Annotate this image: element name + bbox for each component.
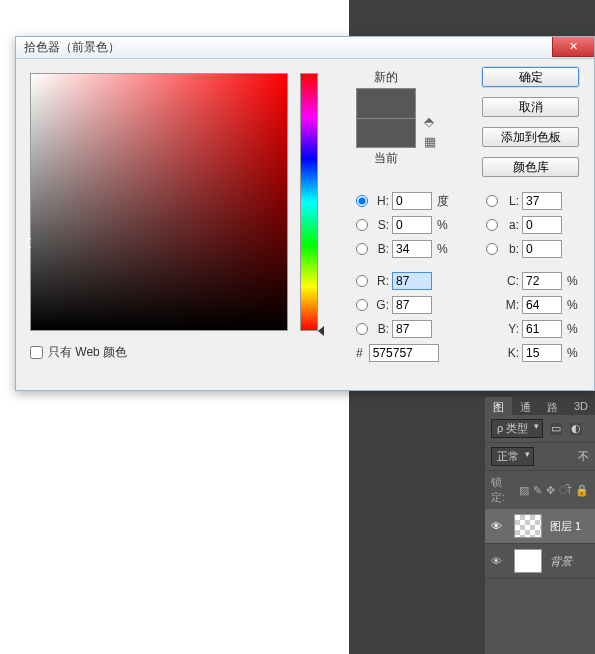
lock-label: 锁定: <box>491 475 515 505</box>
cancel-button[interactable]: 取消 <box>482 97 579 117</box>
m-input[interactable] <box>522 296 562 314</box>
layer-thumbnail[interactable] <box>514 514 542 538</box>
g-input[interactable] <box>392 296 432 314</box>
web-only-label: 只有 Web 颜色 <box>48 344 127 361</box>
color-field-marker[interactable] <box>26 238 36 248</box>
lab-b-radio[interactable] <box>486 243 498 255</box>
blend-row: 正常 不 <box>485 443 595 471</box>
dialog-titlebar[interactable]: 拾色器（前景色） ✕ <box>16 37 594 59</box>
a-label: a: <box>501 218 519 232</box>
rgb-b-input[interactable] <box>392 320 432 338</box>
visibility-icon[interactable]: 👁 <box>491 555 506 567</box>
opacity-label: 不 <box>578 449 589 464</box>
filter-adjust-icon[interactable]: ◐ <box>569 422 583 436</box>
m-label: M: <box>501 298 519 312</box>
b-unit: % <box>437 242 455 256</box>
swatch-preview: 新的 当前 <box>356 67 416 169</box>
hex-row: # <box>356 344 439 362</box>
dialog-content: 新的 当前 ⬘ ▦ 确定 取消 添加到色板 颜色库 H:度 S:% B:% R:… <box>16 59 594 87</box>
k-unit: % <box>567 346 585 360</box>
y-unit: % <box>567 322 585 336</box>
r-input[interactable] <box>392 272 432 290</box>
h-unit: 度 <box>437 193 455 210</box>
c-label: C: <box>501 274 519 288</box>
m-unit: % <box>567 298 585 312</box>
layer-type-filter-dropdown[interactable]: ρ 类型 <box>491 419 543 438</box>
web-only-checkbox[interactable]: 只有 Web 颜色 <box>30 344 127 361</box>
h-label: H: <box>371 194 389 208</box>
lock-position-icon[interactable]: ✥ <box>546 484 555 497</box>
lab-cmyk-fields: L: a: b: C:% M:% Y:% K:% <box>486 189 585 365</box>
y-label: Y: <box>501 322 519 336</box>
layer-row[interactable]: 👁 图层 1 <box>485 509 595 544</box>
gamut-warning-icon[interactable]: ⬘ <box>424 114 434 129</box>
g-label: G: <box>371 298 389 312</box>
c-unit: % <box>567 274 585 288</box>
filter-image-icon[interactable]: ▭ <box>549 422 563 436</box>
layer-name[interactable]: 图层 1 <box>550 519 581 534</box>
l-label: L: <box>501 194 519 208</box>
lock-row: 锁定: ▨ ✎ ✥ ੀ 🔒 <box>485 471 595 509</box>
rgb-b-radio[interactable] <box>356 323 368 335</box>
k-label: K: <box>501 346 519 360</box>
hue-slider[interactable] <box>300 73 318 331</box>
hex-input[interactable] <box>369 344 439 362</box>
dialog-buttons: 确定 取消 添加到色板 颜色库 <box>482 67 579 187</box>
a-input[interactable] <box>522 216 562 234</box>
blend-mode-dropdown[interactable]: 正常 <box>491 447 534 466</box>
s-unit: % <box>437 218 455 232</box>
layer-filter-row: ρ 类型 ▭ ◐ <box>485 415 595 443</box>
layer-name[interactable]: 背景 <box>550 554 572 569</box>
s-input[interactable] <box>392 216 432 234</box>
b-radio[interactable] <box>356 243 368 255</box>
r-radio[interactable] <box>356 275 368 287</box>
a-radio[interactable] <box>486 219 498 231</box>
layer-thumbnail[interactable] <box>514 549 542 573</box>
b-input[interactable] <box>392 240 432 258</box>
h-radio[interactable] <box>356 195 368 207</box>
ok-button[interactable]: 确定 <box>482 67 579 87</box>
add-swatch-button[interactable]: 添加到色板 <box>482 127 579 147</box>
c-input[interactable] <box>522 272 562 290</box>
layer-row[interactable]: 👁 背景 <box>485 544 595 579</box>
r-label: R: <box>371 274 389 288</box>
hue-slider-thumb[interactable] <box>318 326 324 336</box>
lab-b-label: b: <box>501 242 519 256</box>
s-label: S: <box>371 218 389 232</box>
rgb-b-label: B: <box>371 322 389 336</box>
l-radio[interactable] <box>486 195 498 207</box>
new-color-swatch[interactable] <box>356 88 416 118</box>
k-input[interactable] <box>522 344 562 362</box>
lock-paint-icon[interactable]: ✎ <box>533 484 542 497</box>
s-radio[interactable] <box>356 219 368 231</box>
h-input[interactable] <box>392 192 432 210</box>
hsb-rgb-fields: H:度 S:% B:% R: G: B: <box>356 189 455 341</box>
hex-label: # <box>356 346 363 360</box>
g-radio[interactable] <box>356 299 368 311</box>
y-input[interactable] <box>522 320 562 338</box>
color-field[interactable] <box>30 73 288 331</box>
color-picker-dialog: 拾色器（前景色） ✕ 新的 当前 ⬘ ▦ 确定 取消 添加到色板 颜色库 H:度… <box>15 36 595 391</box>
layers-panel: ρ 类型 ▭ ◐ 正常 不 锁定: ▨ ✎ ✥ ੀ 🔒 👁 图层 1 👁 背景 <box>485 415 595 654</box>
new-color-label: 新的 <box>356 69 416 86</box>
close-icon: ✕ <box>569 40 578 53</box>
b-label: B: <box>371 242 389 256</box>
color-library-button[interactable]: 颜色库 <box>482 157 579 177</box>
web-only-check[interactable] <box>30 346 43 359</box>
lock-artboard-icon[interactable]: ੀ <box>559 484 571 497</box>
visibility-icon[interactable]: 👁 <box>491 520 506 532</box>
l-input[interactable] <box>522 192 562 210</box>
current-color-swatch[interactable] <box>356 118 416 148</box>
lab-b-input[interactable] <box>522 240 562 258</box>
close-button[interactable]: ✕ <box>552 37 594 57</box>
lock-all-icon[interactable]: 🔒 <box>575 484 589 497</box>
dialog-title: 拾色器（前景色） <box>24 39 120 56</box>
websafe-warning-icon[interactable]: ▦ <box>424 134 436 149</box>
lock-transparency-icon[interactable]: ▨ <box>519 484 529 497</box>
current-color-label: 当前 <box>356 150 416 167</box>
